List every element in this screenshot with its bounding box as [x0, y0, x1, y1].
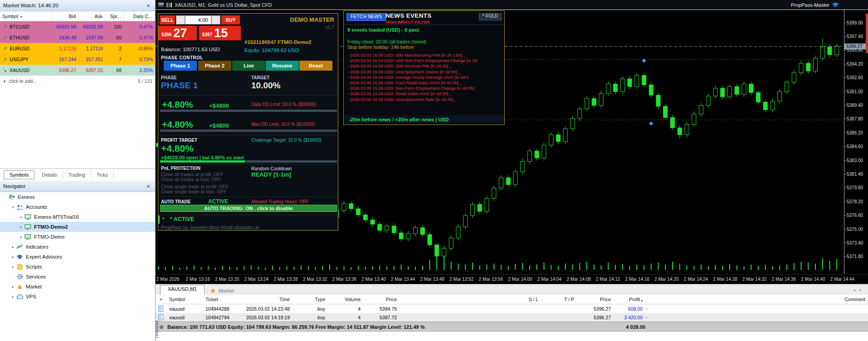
tab-trading[interactable]: Trading	[63, 171, 91, 179]
services-icon	[16, 274, 24, 280]
news-event-item[interactable]: - 2026.03.06 15:29 USD: Retail Sales mVm…	[347, 91, 503, 96]
tab-market[interactable]: Market	[205, 288, 239, 295]
market-watch-row[interactable]: ↗EURUSD1.171161.171182-0.85%	[0, 43, 155, 54]
column-header-price[interactable]: Price	[577, 297, 614, 302]
sidebar-item-accounts[interactable]: ▾Accounts	[0, 202, 155, 212]
lot-size-input[interactable]: 4.00	[185, 15, 211, 24]
news-event-item[interactable]: - 2026.03.06 15:29 USD: Core Retail Sale…	[347, 80, 503, 86]
buy-price-display[interactable]: 5397 15	[199, 26, 241, 40]
market-watch-row[interactable]: ↗BTCUSD65931.5865932.581000.47%	[0, 21, 155, 32]
news-event-item[interactable]: - 2026.03.06 15:29 USD: Non-Farm Employm…	[347, 86, 503, 91]
position-row[interactable]: xauusd1049442882026.03.02 14:23:48buy453…	[156, 304, 868, 313]
reset-button[interactable]: Reset	[299, 61, 332, 71]
phase-1-button[interactable]: Phase 1	[164, 61, 197, 71]
news-event-item[interactable]: - 2026.03.02 16:59 USD: ISM Manufacturin…	[347, 53, 503, 58]
news-event-item[interactable]: - 2026.03.04 15:14 USD: ADP Non-Farm Emp…	[347, 58, 503, 63]
tab-details[interactable]: Details	[36, 171, 63, 179]
fold-button[interactable]: ^ FOLD	[479, 13, 502, 20]
phase-2-button[interactable]: Phase 2	[198, 61, 231, 71]
close-icon[interactable]: ×	[145, 183, 152, 190]
sidebar-item-services[interactable]: Services	[0, 272, 155, 282]
sidebar-item-exness-mt5trial16[interactable]: ▸Exness-MT5Trial16	[0, 212, 155, 222]
column-header-comment[interactable]: Comment	[653, 297, 868, 302]
resume-button[interactable]: Resume	[266, 61, 299, 71]
tab-scroll-arrows[interactable]: ◂ ▸	[853, 288, 863, 295]
column-header-bid[interactable]: Bid	[52, 11, 78, 21]
price-axis[interactable]: 5399.005397.405395.805394.205392.605391.…	[844, 10, 868, 274]
toolbox-close-icon[interactable]: ×	[156, 297, 166, 302]
buy-button[interactable]: BUY	[221, 15, 240, 24]
column-header-tp[interactable]: T / P	[541, 297, 577, 302]
sidebar-item-ftmo-demo2[interactable]: ▸FTMO-Demo2	[0, 222, 155, 232]
position-row[interactable]: xauusd1049427942026.03.02 14:19:19buy453…	[156, 313, 868, 322]
chart-area[interactable]: 5399.005397.405395.805394.205392.605391.…	[156, 10, 868, 274]
trade-entry-marker[interactable]	[649, 121, 653, 125]
tick-mark	[844, 229, 846, 230]
volume-bar	[429, 260, 430, 270]
volume-cell: 4	[328, 315, 363, 320]
column-header-price[interactable]: Price	[363, 297, 400, 302]
lot-decrease-button[interactable]: ▼	[176, 15, 185, 24]
autotrade-toggle-button[interactable]: AUTO TRADING: ON . click to disable	[160, 205, 337, 212]
column-header-type[interactable]: Type	[293, 297, 328, 302]
news-event-item[interactable]: - 2026.03.06 15:29 USD: Average Hourly E…	[347, 75, 503, 80]
news-event-item[interactable]: - 2026.03.06 15:29 USD: Unemployment Rat…	[347, 97, 503, 102]
chevron-right-icon[interactable]: ▸	[10, 285, 16, 289]
fetch-news-button[interactable]: FETCH NEWS	[346, 13, 386, 21]
time-axis[interactable]: 2 Mar 20262 Mar 13:162 Mar 13:202 Mar 13…	[156, 274, 868, 284]
news-event-item[interactable]: - 2026.03.05 15:29 USD: Unemployment Cla…	[347, 69, 503, 75]
chevron-right-icon[interactable]: ▸	[10, 255, 16, 259]
chevron-right-icon[interactable]: ▸	[10, 295, 16, 299]
sidebar-item-scripts[interactable]: ▸Scripts	[0, 262, 155, 272]
menu-icon[interactable]	[158, 3, 164, 7]
column-header-sl[interactable]: S / L	[400, 297, 541, 302]
sidebar-item-exness[interactable]: Exness	[0, 192, 155, 202]
chevron-right-icon[interactable]: ▸	[18, 225, 24, 229]
sell-button[interactable]: SELL	[160, 15, 175, 24]
tab-xauusd-m1[interactable]: XAUUSD,M1	[160, 285, 205, 295]
close-position-icon[interactable]: ×	[645, 315, 653, 320]
tab-symbols[interactable]: Symbols	[4, 170, 34, 179]
chevron-right-icon[interactable]: ▸	[18, 215, 24, 219]
sidebar-item-market[interactable]: ▸Market	[0, 282, 155, 292]
chart-type-icon[interactable]	[166, 3, 172, 7]
column-header-volume[interactable]: Volume	[328, 297, 363, 302]
market-watch-titlebar[interactable]: Market Watch: 14:46:20 ×	[0, 0, 155, 11]
sidebar-item-expert-advisors[interactable]: ▸Expert Advisors	[0, 252, 155, 262]
column-header-ask[interactable]: Ask	[78, 11, 105, 21]
sidebar-item-indicators[interactable]: ▸Indicators	[0, 242, 155, 252]
column-header-symbol[interactable]: Symbol	[166, 297, 203, 302]
chart-scrollbar[interactable]	[866, 14, 868, 53]
sell-price-display[interactable]: 5396 27	[158, 26, 197, 40]
time-tick-label: 2 Mar 14:08	[566, 277, 590, 282]
market-watch-add-row[interactable]: + click to add... 5 / 131	[0, 76, 155, 86]
market-watch-row[interactable]: ↘XAUUSD5396.275397.15882.25%	[0, 65, 155, 76]
chevron-right-icon[interactable]: ▸	[10, 245, 16, 249]
symbol-cell: ↗USDJPY	[0, 57, 52, 62]
column-header-symbol[interactable]: Symbol▴	[0, 11, 52, 21]
lot-increase-button[interactable]: ▲	[211, 15, 220, 24]
tab-ticks[interactable]: Ticks	[91, 171, 114, 179]
trade-entry-marker[interactable]	[642, 59, 646, 63]
live-button[interactable]: Live	[232, 61, 265, 71]
sidebar-item-ftmo-demo[interactable]: ▸FTMO-Demo	[0, 232, 155, 242]
expand-icon[interactable]: ⊕	[159, 324, 164, 330]
chevron-right-icon[interactable]: ▸	[18, 235, 24, 239]
sidebar-item-vps[interactable]: ▸VPS	[0, 292, 155, 302]
toolbox-vertical-label[interactable]: Toolbox	[156, 320, 159, 339]
column-header-time[interactable]: Time	[240, 297, 293, 302]
tick-mark	[844, 202, 846, 202]
market-watch-row[interactable]: ↗ETHUSD1936.481937.08600.47%	[0, 32, 155, 43]
close-icon[interactable]: ×	[145, 2, 152, 9]
time-tick-label: 2 Mar 14:12	[596, 277, 620, 282]
column-header-ticket[interactable]: Ticket	[203, 297, 240, 302]
column-header-profit[interactable]: Profit ▴	[614, 297, 645, 302]
column-header-spr[interactable]: Spr...	[105, 11, 124, 21]
market-watch-row[interactable]: ↗USDJPY157.244157.25170.73%	[0, 54, 155, 65]
news-event-item[interactable]: - 2026.03.04 16:59 USD: ISM Services PMI…	[347, 63, 503, 69]
column-header-dailyc[interactable]: Daily C...	[124, 11, 155, 21]
close-position-icon[interactable]: ×	[645, 307, 653, 311]
chevron-right-icon[interactable]: ▸	[10, 265, 16, 269]
navigator-titlebar[interactable]: Navigator ×	[0, 181, 155, 192]
chevron-down-icon[interactable]: ▾	[10, 205, 16, 209]
